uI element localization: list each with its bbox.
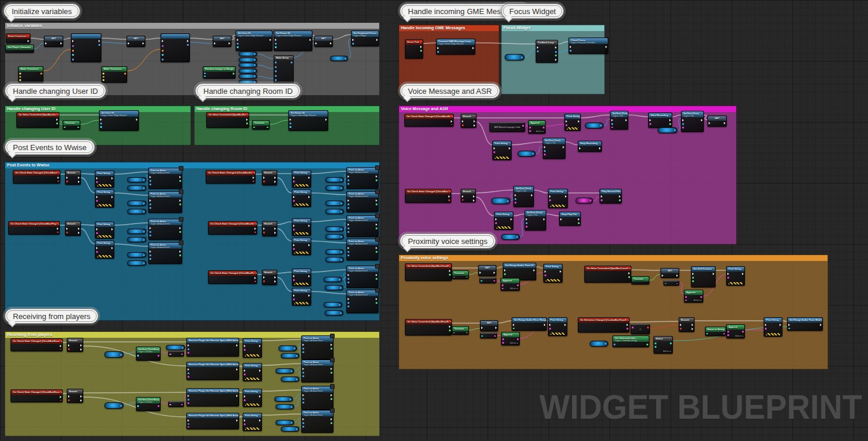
exec-pin[interactable] [142,42,144,45]
exec-pin[interactable] [555,46,557,49]
node-enum-to-string[interactable]: Enum to String [705,327,726,336]
node-truncate[interactable]: Truncate [63,120,80,130]
data-pin[interactable] [244,399,246,401]
data-pin[interactable] [331,348,332,350]
node-settext-text[interactable]: SetText (Text)Target is Text [543,138,566,159]
data-pin[interactable] [57,181,59,182]
data-pin[interactable] [263,232,265,233]
data-pin[interactable] [526,222,527,224]
data-pin[interactable] [481,280,482,281]
variable-pill[interactable] [127,229,147,234]
exec-pin[interactable] [713,273,714,275]
data-pin[interactable] [179,180,181,182]
exec-pin[interactable] [515,194,516,196]
node-play-record-file[interactable]: Play Record File [600,189,622,203]
data-pin[interactable] [143,179,145,181]
data-pin[interactable] [149,207,151,209]
node-get-player-character[interactable]: Get Player Character [5,45,34,53]
close-icon[interactable] [252,171,254,174]
variable-pill[interactable] [325,185,344,191]
node-on-check-state-changed-checkboxreceive1[interactable]: On Check State Changed (CheckBoxReceive1… [11,338,63,351]
data-pin[interactable] [331,398,332,400]
data-pin[interactable] [376,251,377,253]
variable-pill[interactable] [325,249,344,255]
data-pin[interactable] [646,344,648,345]
data-pin[interactable] [676,283,678,284]
data-pin[interactable] [655,346,656,348]
exec-pin[interactable] [560,218,562,220]
exec-pin[interactable] [96,177,98,179]
exec-pin[interactable] [727,273,729,275]
exec-pin[interactable] [420,46,422,48]
node-post-on-actor[interactable]: Post on ActorTarget is Ak Audio Event [346,290,379,313]
exec-pin[interactable] [331,394,332,396]
node-branch[interactable]: Branch [67,338,83,352]
data-pin[interactable] [302,375,304,377]
exec-pin[interactable] [820,324,822,326]
node-set[interactable]: SET [213,36,232,47]
exec-pin[interactable] [682,119,684,121]
exec-pin[interactable] [246,118,248,121]
data-pin[interactable] [100,123,102,124]
data-pin[interactable] [674,130,676,131]
data-pin[interactable] [143,202,145,204]
variable-pill[interactable] [127,177,147,182]
data-pin[interactable] [466,277,468,277]
data-pin[interactable] [302,422,304,424]
data-pin[interactable] [605,343,607,345]
node-set-range-audio-team-mode[interactable]: Set Range Audio Team Mode [787,317,823,331]
data-pin[interactable] [502,342,504,344]
data-pin[interactable] [66,232,68,233]
data-pin[interactable] [555,55,557,56]
exec-pin[interactable] [236,368,238,371]
node-set[interactable]: SET [480,320,498,331]
exec-pin[interactable] [531,194,533,196]
node-event-tick[interactable]: Event Tick [405,39,423,59]
data-pin[interactable] [19,73,21,74]
node-print-string[interactable]: Print String [95,222,114,239]
data-pin[interactable] [275,70,277,72]
data-pin[interactable] [670,342,672,344]
exec-pin[interactable] [162,40,164,42]
variable-pill[interactable] [239,69,257,73]
data-pin[interactable] [143,187,145,189]
data-pin[interactable] [162,54,164,56]
node-set[interactable]: SET [314,36,333,47]
node-print-string[interactable]: Print String [243,389,262,407]
data-pin[interactable] [188,402,189,404]
exec-pin[interactable] [543,218,545,220]
variable-pill[interactable] [275,404,294,409]
data-pin[interactable] [124,73,126,74]
variable-pill[interactable] [275,420,294,425]
data-pin[interactable] [515,202,516,203]
node-branch[interactable]: Branch [461,189,476,202]
exec-pin[interactable] [315,42,317,45]
exec-pin[interactable] [348,274,349,276]
exec-pin[interactable] [237,39,239,41]
node-stop-play-file[interactable]: Stop Play File [559,212,581,226]
exec-pin[interactable] [619,195,621,198]
data-pin[interactable] [143,230,145,232]
data-pin[interactable] [376,179,377,181]
data-pin[interactable] [348,231,349,233]
data-pin[interactable] [601,199,603,201]
node-set[interactable]: SET [478,265,496,276]
data-pin[interactable] [290,123,291,124]
data-pin[interactable] [682,123,684,125]
node-post-on-actor[interactable]: Post on ActorTarget is Ak Audio Event [301,410,333,433]
data-pin[interactable] [143,262,145,264]
node-print-string[interactable]: Print String [292,189,311,207]
node-post-on-actor[interactable]: Post on ActorTarget is Ak Audio Event [346,266,379,288]
node-print-string[interactable]: Print String [292,170,311,188]
variable-pill[interactable] [325,177,344,182]
node-on-check-state-changed-checkboxreceive2[interactable]: On Check State Changed (CheckBoxReceive2… [11,389,63,402]
exec-pin[interactable] [680,324,682,326]
data-pin[interactable] [348,207,349,209]
data-pin[interactable] [302,402,304,403]
data-pin[interactable] [237,46,239,48]
close-icon[interactable] [448,190,450,192]
exec-pin[interactable] [274,280,276,283]
data-pin[interactable] [98,44,100,46]
exec-pin[interactable] [80,395,82,398]
exec-pin[interactable] [628,272,630,274]
